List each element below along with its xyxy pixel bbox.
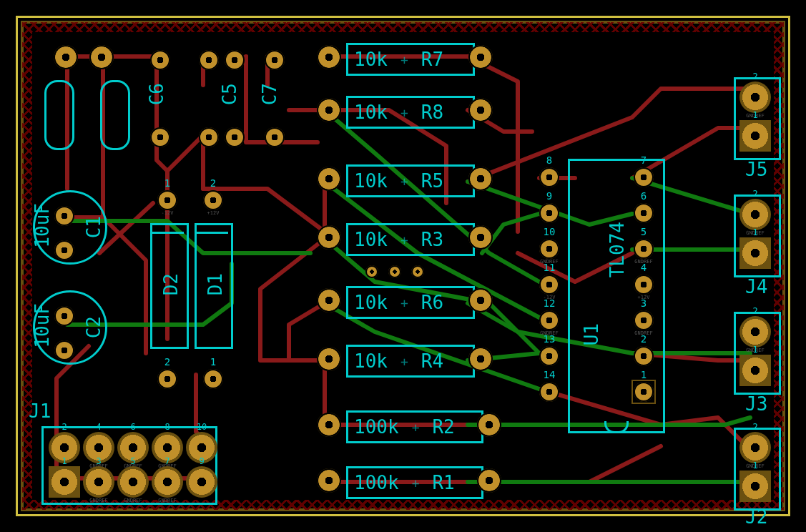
ref: R6 — [421, 292, 443, 313]
ref-j2: J2 — [745, 506, 767, 528]
pad-c5a — [199, 50, 219, 70]
polarity-mark: + — [400, 354, 408, 369]
pin-net: GNDREF — [89, 498, 107, 503]
cathode-mark — [195, 232, 228, 234]
pin-num: 1 — [752, 345, 757, 355]
pad-r6-1 — [317, 288, 341, 312]
ref-j5: J5 — [745, 159, 767, 180]
ic-pin-12: 12GNDREF — [539, 310, 559, 330]
mounting-hole — [89, 45, 114, 69]
via — [388, 265, 401, 278]
ic-pin-8: 8 — [539, 167, 559, 187]
pin-num: 11 — [544, 262, 556, 273]
pin-num: 2 — [752, 72, 757, 82]
j4-pin-1: 1 — [739, 237, 771, 269]
resistor-r1: 100k+R1 — [346, 466, 483, 499]
pad-r3-2 — [468, 225, 493, 250]
pad-c6-top — [150, 50, 170, 70]
resistor-r6: 10k+R6 — [346, 286, 475, 319]
ic-pin-13: 13 — [539, 346, 559, 366]
ref: R3 — [421, 229, 443, 250]
pin-num: 1 — [641, 369, 647, 380]
pin-num: 3 — [641, 297, 647, 309]
pin-num: 1 — [752, 460, 757, 471]
j1-pin-9: 9 — [186, 466, 217, 498]
pad-c5b — [225, 50, 245, 70]
ref-d2: D2 — [160, 273, 182, 295]
pin-num: 2 — [752, 189, 757, 199]
pin-num: 1 — [62, 456, 67, 466]
ref: R1 — [432, 472, 454, 493]
j1-pin-1: 1 — [49, 466, 80, 498]
pin-num: 2 — [641, 333, 647, 345]
value: 10k — [354, 350, 388, 372]
ref-c1: C1 — [83, 216, 104, 238]
pad-r4-1 — [317, 347, 341, 371]
j1-pin-3: 3GNDREF — [83, 466, 114, 498]
pad-r8-2 — [468, 98, 493, 122]
value: 10k — [354, 229, 388, 250]
pin-num: 1 — [210, 356, 216, 368]
pad-c6-bot — [150, 127, 170, 147]
resistor-r7: 10k+R7 — [346, 43, 475, 76]
pin-net: -12V — [162, 210, 174, 216]
pin-num: 7 — [641, 154, 647, 166]
value: 100k — [354, 416, 399, 438]
pin-num: 2 — [210, 177, 216, 189]
polarity-mark: + — [412, 476, 420, 491]
pin-num: 5 — [641, 226, 647, 237]
ic-pin-9: 9 — [539, 203, 559, 223]
pin-num: 8 — [164, 422, 169, 432]
pin-num: 12 — [544, 297, 556, 309]
pad-r1-1 — [317, 468, 341, 493]
ic-pin-2: 2 — [634, 346, 654, 366]
polarity-mark: + — [400, 105, 408, 120]
pad-r5-1 — [317, 167, 341, 191]
resistor-r4: 10k+R4 — [346, 345, 475, 378]
ref-u1-val: TL074 — [606, 222, 628, 277]
pad-r2-1 — [317, 413, 341, 437]
polarity-mark: + — [412, 420, 420, 435]
j3-pin-1: 1 — [739, 355, 771, 386]
polarity-mark: + — [400, 52, 408, 67]
j2-pin-2: 2GNDREF — [739, 432, 771, 463]
footprint-small-2 — [100, 80, 130, 150]
value: 10k — [354, 102, 388, 123]
pin-num: 2 — [164, 356, 170, 368]
pin-num: 2 — [752, 306, 757, 316]
pin-num: 14 — [544, 369, 556, 380]
ref-c6: C6 — [146, 83, 167, 105]
j5-pin-1: 1 — [739, 120, 771, 152]
pin-num: 1 — [752, 227, 757, 237]
polarity-mark: + — [400, 295, 408, 310]
pin-net: GNDREF — [124, 498, 142, 503]
value: 10k — [354, 292, 388, 313]
ref-u1: U1 — [581, 323, 602, 345]
ic-pin-10: 10GNDREF — [539, 239, 559, 259]
pad-c7b — [265, 127, 285, 147]
via — [365, 265, 378, 278]
value: 10k — [354, 49, 388, 70]
polarity-mark: + — [400, 174, 408, 189]
pin-num: 10 — [544, 226, 556, 237]
pad-pwr-1: 1 -12V — [157, 190, 177, 210]
pin-net: +12V — [207, 210, 220, 216]
ic-notch — [604, 421, 629, 433]
pin-num: 7 — [164, 456, 169, 466]
pin-num: 6 — [641, 190, 647, 202]
pad-r7-2 — [468, 45, 493, 69]
pad-r1-2 — [477, 468, 501, 493]
pin-num: 13 — [544, 333, 556, 345]
pad-r2-2 — [477, 413, 501, 437]
pad-c2-2 — [54, 340, 74, 360]
j3-pin-2: 2GNDREF — [739, 316, 771, 348]
cathode-mark — [151, 232, 184, 234]
pad-aux-2: 2 — [157, 369, 177, 389]
pad-c7a — [265, 50, 285, 70]
ref-c7: C7 — [259, 83, 280, 105]
via — [411, 265, 424, 278]
ref-d1: D1 — [205, 273, 226, 295]
ic-pin-4: 4+12V — [634, 275, 654, 295]
pin-num: 2 — [62, 422, 67, 432]
ref-c1-val: 10uF — [31, 203, 53, 248]
